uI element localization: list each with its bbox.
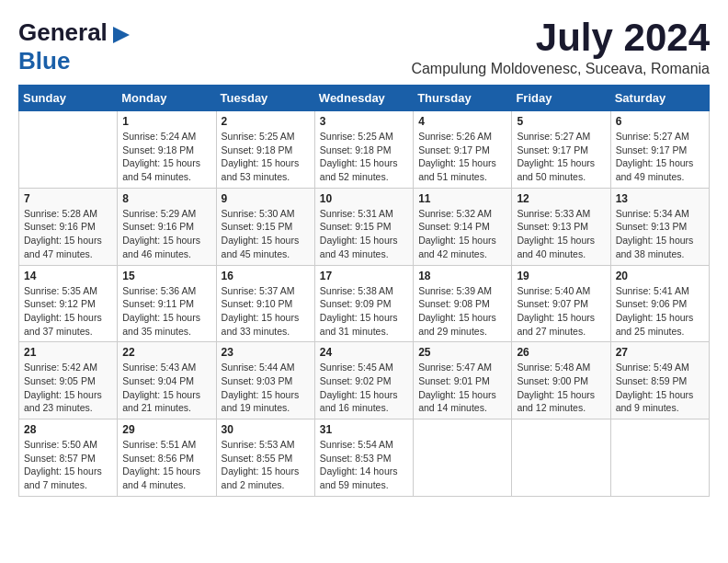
logo-blue: Blue — [18, 47, 70, 75]
col-saturday: Saturday — [610, 86, 709, 111]
day-info: Sunrise: 5:29 AM Sunset: 9:16 PM Dayligh… — [122, 207, 210, 261]
day-info: Sunrise: 5:28 AM Sunset: 9:16 PM Dayligh… — [24, 207, 112, 261]
table-row: 28Sunrise: 5:50 AM Sunset: 8:57 PM Dayli… — [19, 419, 118, 497]
day-number: 26 — [517, 346, 605, 359]
day-info: Sunrise: 5:38 AM Sunset: 9:09 PM Dayligh… — [320, 284, 408, 339]
day-number: 15 — [122, 270, 210, 282]
col-tuesday: Tuesday — [216, 86, 314, 111]
table-row: 25Sunrise: 5:47 AM Sunset: 9:01 PM Dayli… — [414, 342, 512, 419]
day-info: Sunrise: 5:51 AM Sunset: 8:56 PM Dayligh… — [122, 438, 210, 492]
day-info: Sunrise: 5:48 AM Sunset: 9:00 PM Dayligh… — [517, 361, 605, 415]
table-row — [414, 419, 512, 497]
col-sunday: Sunday — [19, 86, 118, 111]
day-number: 23 — [222, 346, 310, 359]
main-title: July 2024 — [411, 18, 710, 57]
table-row: 17Sunrise: 5:38 AM Sunset: 9:09 PM Dayli… — [314, 265, 413, 342]
table-row: 11Sunrise: 5:32 AM Sunset: 9:14 PM Dayli… — [414, 188, 512, 265]
svg-marker-0 — [113, 27, 130, 43]
day-number: 8 — [122, 192, 210, 205]
day-number: 12 — [517, 192, 605, 205]
col-friday: Friday — [512, 86, 610, 111]
table-row: 3Sunrise: 5:25 AM Sunset: 9:18 PM Daylig… — [314, 111, 413, 189]
table-row: 5Sunrise: 5:27 AM Sunset: 9:17 PM Daylig… — [512, 111, 610, 189]
day-info: Sunrise: 5:39 AM Sunset: 9:08 PM Dayligh… — [418, 284, 506, 339]
table-row: 6Sunrise: 5:27 AM Sunset: 9:17 PM Daylig… — [610, 111, 709, 189]
day-info: Sunrise: 5:32 AM Sunset: 9:14 PM Dayligh… — [418, 207, 506, 261]
day-number: 11 — [418, 192, 506, 205]
day-number: 29 — [122, 423, 210, 436]
table-row — [512, 419, 610, 497]
subtitle: Campulung Moldovenesc, Suceava, Romania — [411, 61, 710, 77]
day-number: 17 — [320, 270, 408, 282]
day-number: 10 — [320, 192, 408, 205]
table-row: 26Sunrise: 5:48 AM Sunset: 9:00 PM Dayli… — [512, 342, 610, 419]
day-number: 3 — [320, 115, 408, 128]
table-row: 4Sunrise: 5:26 AM Sunset: 9:17 PM Daylig… — [414, 111, 512, 189]
table-row: 22Sunrise: 5:43 AM Sunset: 9:04 PM Dayli… — [118, 342, 216, 419]
day-number: 19 — [517, 270, 605, 282]
day-number: 27 — [616, 346, 704, 359]
day-info: Sunrise: 5:33 AM Sunset: 9:13 PM Dayligh… — [517, 207, 605, 261]
day-number: 31 — [320, 423, 408, 436]
table-row: 23Sunrise: 5:44 AM Sunset: 9:03 PM Dayli… — [216, 342, 314, 419]
col-thursday: Thursday — [414, 86, 512, 111]
day-number: 28 — [24, 423, 112, 436]
day-info: Sunrise: 5:24 AM Sunset: 9:18 PM Dayligh… — [122, 130, 210, 184]
logo: General Blue — [18, 18, 130, 75]
day-info: Sunrise: 5:50 AM Sunset: 8:57 PM Dayligh… — [24, 438, 112, 492]
table-row: 8Sunrise: 5:29 AM Sunset: 9:16 PM Daylig… — [118, 188, 216, 265]
day-number: 20 — [616, 270, 704, 282]
table-row: 12Sunrise: 5:33 AM Sunset: 9:13 PM Dayli… — [512, 188, 610, 265]
day-info: Sunrise: 5:45 AM Sunset: 9:02 PM Dayligh… — [320, 361, 408, 415]
day-info: Sunrise: 5:53 AM Sunset: 8:55 PM Dayligh… — [222, 438, 310, 492]
day-info: Sunrise: 5:36 AM Sunset: 9:11 PM Dayligh… — [122, 284, 210, 339]
calendar-week-row: 1Sunrise: 5:24 AM Sunset: 9:18 PM Daylig… — [19, 111, 710, 189]
day-info: Sunrise: 5:44 AM Sunset: 9:03 PM Dayligh… — [222, 361, 310, 415]
day-info: Sunrise: 5:25 AM Sunset: 9:18 PM Dayligh… — [320, 130, 408, 184]
table-row — [19, 111, 118, 189]
day-number: 9 — [222, 192, 310, 205]
day-number: 7 — [24, 192, 112, 205]
day-number: 21 — [24, 346, 112, 359]
day-info: Sunrise: 5:34 AM Sunset: 9:13 PM Dayligh… — [616, 207, 704, 261]
day-info: Sunrise: 5:37 AM Sunset: 9:10 PM Dayligh… — [222, 284, 310, 339]
table-row — [610, 419, 709, 497]
day-info: Sunrise: 5:27 AM Sunset: 9:17 PM Dayligh… — [517, 130, 605, 184]
table-row: 1Sunrise: 5:24 AM Sunset: 9:18 PM Daylig… — [118, 111, 216, 189]
day-number: 6 — [616, 115, 704, 128]
table-row: 14Sunrise: 5:35 AM Sunset: 9:12 PM Dayli… — [19, 265, 118, 342]
table-row: 20Sunrise: 5:41 AM Sunset: 9:06 PM Dayli… — [610, 265, 709, 342]
calendar-week-row: 7Sunrise: 5:28 AM Sunset: 9:16 PM Daylig… — [19, 188, 710, 265]
table-row: 18Sunrise: 5:39 AM Sunset: 9:08 PM Dayli… — [414, 265, 512, 342]
table-row: 13Sunrise: 5:34 AM Sunset: 9:13 PM Dayli… — [610, 188, 709, 265]
calendar-table: Sunday Monday Tuesday Wednesday Thursday… — [18, 85, 710, 497]
table-row: 29Sunrise: 5:51 AM Sunset: 8:56 PM Dayli… — [118, 419, 216, 497]
table-row: 19Sunrise: 5:40 AM Sunset: 9:07 PM Dayli… — [512, 265, 610, 342]
day-number: 1 — [122, 115, 210, 128]
table-row: 24Sunrise: 5:45 AM Sunset: 9:02 PM Dayli… — [314, 342, 413, 419]
logo-arrow-icon — [113, 27, 130, 43]
calendar-week-row: 14Sunrise: 5:35 AM Sunset: 9:12 PM Dayli… — [19, 265, 710, 342]
table-row: 16Sunrise: 5:37 AM Sunset: 9:10 PM Dayli… — [216, 265, 314, 342]
day-info: Sunrise: 5:25 AM Sunset: 9:18 PM Dayligh… — [222, 130, 310, 184]
day-info: Sunrise: 5:40 AM Sunset: 9:07 PM Dayligh… — [517, 284, 605, 339]
day-number: 30 — [222, 423, 310, 436]
table-row: 30Sunrise: 5:53 AM Sunset: 8:55 PM Dayli… — [216, 419, 314, 497]
day-number: 24 — [320, 346, 408, 359]
day-number: 4 — [418, 115, 506, 128]
day-info: Sunrise: 5:30 AM Sunset: 9:15 PM Dayligh… — [222, 207, 310, 261]
col-monday: Monday — [118, 86, 216, 111]
day-info: Sunrise: 5:42 AM Sunset: 9:05 PM Dayligh… — [24, 361, 112, 415]
calendar-header-row: Sunday Monday Tuesday Wednesday Thursday… — [19, 86, 710, 111]
day-number: 22 — [122, 346, 210, 359]
table-row: 10Sunrise: 5:31 AM Sunset: 9:15 PM Dayli… — [314, 188, 413, 265]
day-number: 5 — [517, 115, 605, 128]
title-block: July 2024 Campulung Moldovenesc, Suceava… — [411, 18, 710, 77]
day-info: Sunrise: 5:26 AM Sunset: 9:17 PM Dayligh… — [418, 130, 506, 184]
day-number: 2 — [222, 115, 310, 128]
day-info: Sunrise: 5:54 AM Sunset: 8:53 PM Dayligh… — [320, 438, 408, 492]
day-info: Sunrise: 5:31 AM Sunset: 9:15 PM Dayligh… — [320, 207, 408, 261]
day-info: Sunrise: 5:35 AM Sunset: 9:12 PM Dayligh… — [24, 284, 112, 339]
table-row: 27Sunrise: 5:49 AM Sunset: 8:59 PM Dayli… — [610, 342, 709, 419]
day-number: 16 — [222, 270, 310, 282]
